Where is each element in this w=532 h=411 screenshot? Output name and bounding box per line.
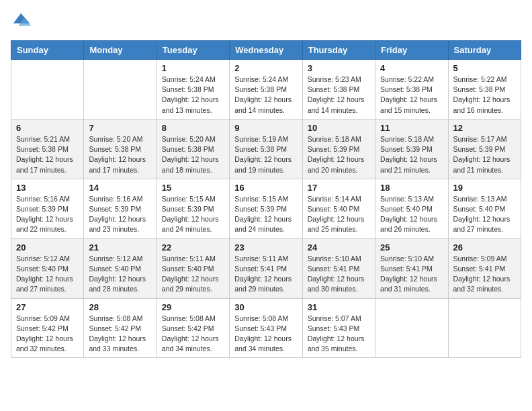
calendar-cell: 29Sunrise: 5:08 AM Sunset: 5:42 PM Dayli… bbox=[157, 298, 229, 358]
calendar-cell: 2Sunrise: 5:24 AM Sunset: 5:38 PM Daylig… bbox=[230, 60, 302, 120]
day-info: Sunrise: 5:17 AM Sunset: 5:39 PM Dayligh… bbox=[453, 134, 516, 175]
day-info: Sunrise: 5:19 AM Sunset: 5:38 PM Dayligh… bbox=[234, 134, 297, 175]
calendar-cell: 27Sunrise: 5:09 AM Sunset: 5:42 PM Dayli… bbox=[11, 298, 84, 358]
day-number: 7 bbox=[89, 123, 151, 133]
day-info: Sunrise: 5:22 AM Sunset: 5:38 PM Dayligh… bbox=[380, 75, 443, 116]
day-number: 24 bbox=[308, 242, 370, 253]
calendar-cell: 15Sunrise: 5:15 AM Sunset: 5:39 PM Dayli… bbox=[157, 179, 229, 238]
day-number: 10 bbox=[308, 123, 370, 133]
calendar-cell: 21Sunrise: 5:12 AM Sunset: 5:40 PM Dayli… bbox=[84, 238, 157, 298]
day-info: Sunrise: 5:23 AM Sunset: 5:38 PM Dayligh… bbox=[308, 75, 370, 116]
day-info: Sunrise: 5:12 AM Sunset: 5:40 PM Dayligh… bbox=[89, 254, 151, 295]
day-number: 21 bbox=[89, 242, 151, 253]
day-number: 19 bbox=[453, 183, 516, 193]
day-info: Sunrise: 5:15 AM Sunset: 5:39 PM Dayligh… bbox=[234, 194, 297, 235]
calendar-cell: 20Sunrise: 5:12 AM Sunset: 5:40 PM Dayli… bbox=[11, 238, 84, 298]
calendar-cell: 7Sunrise: 5:20 AM Sunset: 5:38 PM Daylig… bbox=[84, 119, 157, 179]
col-header-saturday: Saturday bbox=[448, 41, 521, 60]
day-number: 6 bbox=[16, 123, 79, 133]
calendar-cell: 11Sunrise: 5:18 AM Sunset: 5:39 PM Dayli… bbox=[375, 119, 448, 179]
col-header-friday: Friday bbox=[375, 41, 448, 60]
day-info: Sunrise: 5:18 AM Sunset: 5:39 PM Dayligh… bbox=[380, 134, 443, 175]
day-info: Sunrise: 5:18 AM Sunset: 5:39 PM Dayligh… bbox=[308, 134, 370, 175]
day-info: Sunrise: 5:09 AM Sunset: 5:41 PM Dayligh… bbox=[453, 254, 516, 295]
calendar-cell: 25Sunrise: 5:10 AM Sunset: 5:41 PM Dayli… bbox=[375, 238, 448, 298]
calendar-cell: 23Sunrise: 5:11 AM Sunset: 5:41 PM Dayli… bbox=[230, 238, 302, 298]
col-header-wednesday: Wednesday bbox=[230, 41, 302, 60]
calendar-cell: 1Sunrise: 5:24 AM Sunset: 5:38 PM Daylig… bbox=[157, 60, 229, 120]
calendar-cell: 28Sunrise: 5:08 AM Sunset: 5:42 PM Dayli… bbox=[84, 298, 157, 358]
day-info: Sunrise: 5:08 AM Sunset: 5:43 PM Dayligh… bbox=[234, 314, 297, 355]
day-number: 29 bbox=[162, 302, 224, 312]
day-number: 13 bbox=[16, 183, 79, 193]
calendar-week-row: 6Sunrise: 5:21 AM Sunset: 5:38 PM Daylig… bbox=[11, 119, 521, 179]
calendar-week-row: 20Sunrise: 5:12 AM Sunset: 5:40 PM Dayli… bbox=[11, 238, 521, 298]
day-info: Sunrise: 5:09 AM Sunset: 5:42 PM Dayligh… bbox=[16, 314, 79, 355]
calendar-header-row: SundayMondayTuesdayWednesdayThursdayFrid… bbox=[11, 41, 521, 60]
logo-icon bbox=[12, 11, 31, 30]
day-number: 9 bbox=[234, 123, 297, 133]
day-info: Sunrise: 5:10 AM Sunset: 5:41 PM Dayligh… bbox=[380, 254, 443, 295]
day-info: Sunrise: 5:22 AM Sunset: 5:38 PM Dayligh… bbox=[453, 75, 516, 116]
day-info: Sunrise: 5:13 AM Sunset: 5:40 PM Dayligh… bbox=[453, 194, 516, 235]
day-number: 25 bbox=[380, 242, 443, 253]
calendar-cell: 6Sunrise: 5:21 AM Sunset: 5:38 PM Daylig… bbox=[11, 119, 84, 179]
calendar-cell: 14Sunrise: 5:16 AM Sunset: 5:39 PM Dayli… bbox=[84, 179, 157, 238]
day-number: 22 bbox=[162, 242, 224, 253]
day-info: Sunrise: 5:12 AM Sunset: 5:40 PM Dayligh… bbox=[16, 254, 79, 295]
day-number: 16 bbox=[234, 183, 297, 193]
calendar-cell bbox=[84, 60, 157, 120]
day-info: Sunrise: 5:24 AM Sunset: 5:38 PM Dayligh… bbox=[162, 75, 224, 116]
day-info: Sunrise: 5:21 AM Sunset: 5:38 PM Dayligh… bbox=[16, 134, 79, 175]
calendar-cell: 24Sunrise: 5:10 AM Sunset: 5:41 PM Dayli… bbox=[302, 238, 375, 298]
day-number: 14 bbox=[89, 183, 151, 193]
calendar-cell: 3Sunrise: 5:23 AM Sunset: 5:38 PM Daylig… bbox=[302, 60, 375, 120]
day-number: 23 bbox=[234, 242, 297, 253]
day-info: Sunrise: 5:15 AM Sunset: 5:39 PM Dayligh… bbox=[162, 194, 224, 235]
calendar-cell: 4Sunrise: 5:22 AM Sunset: 5:38 PM Daylig… bbox=[375, 60, 448, 120]
day-number: 11 bbox=[380, 123, 443, 133]
calendar-cell: 30Sunrise: 5:08 AM Sunset: 5:43 PM Dayli… bbox=[230, 298, 302, 358]
day-info: Sunrise: 5:13 AM Sunset: 5:40 PM Dayligh… bbox=[380, 194, 443, 235]
day-info: Sunrise: 5:07 AM Sunset: 5:43 PM Dayligh… bbox=[308, 314, 370, 355]
day-info: Sunrise: 5:20 AM Sunset: 5:38 PM Dayligh… bbox=[162, 134, 224, 175]
calendar-cell bbox=[375, 298, 448, 358]
col-header-sunday: Sunday bbox=[11, 41, 84, 60]
day-info: Sunrise: 5:16 AM Sunset: 5:39 PM Dayligh… bbox=[89, 194, 151, 235]
calendar-cell: 22Sunrise: 5:11 AM Sunset: 5:40 PM Dayli… bbox=[157, 238, 229, 298]
calendar-cell: 8Sunrise: 5:20 AM Sunset: 5:38 PM Daylig… bbox=[157, 119, 229, 179]
calendar-cell: 5Sunrise: 5:22 AM Sunset: 5:38 PM Daylig… bbox=[448, 60, 521, 120]
day-number: 27 bbox=[16, 302, 79, 312]
day-info: Sunrise: 5:08 AM Sunset: 5:42 PM Dayligh… bbox=[162, 314, 224, 355]
calendar-table: SundayMondayTuesdayWednesdayThursdayFrid… bbox=[11, 40, 521, 358]
day-number: 20 bbox=[16, 242, 79, 253]
day-number: 12 bbox=[453, 123, 516, 133]
day-info: Sunrise: 5:11 AM Sunset: 5:41 PM Dayligh… bbox=[234, 254, 297, 295]
calendar-cell: 9Sunrise: 5:19 AM Sunset: 5:38 PM Daylig… bbox=[230, 119, 302, 179]
calendar-cell: 26Sunrise: 5:09 AM Sunset: 5:41 PM Dayli… bbox=[448, 238, 521, 298]
day-number: 17 bbox=[308, 183, 370, 193]
col-header-monday: Monday bbox=[84, 41, 157, 60]
day-number: 15 bbox=[162, 183, 224, 193]
col-header-tuesday: Tuesday bbox=[157, 41, 229, 60]
day-info: Sunrise: 5:24 AM Sunset: 5:38 PM Dayligh… bbox=[234, 75, 297, 116]
calendar-week-row: 13Sunrise: 5:16 AM Sunset: 5:39 PM Dayli… bbox=[11, 179, 521, 238]
calendar-cell: 31Sunrise: 5:07 AM Sunset: 5:43 PM Dayli… bbox=[302, 298, 375, 358]
day-info: Sunrise: 5:10 AM Sunset: 5:41 PM Dayligh… bbox=[308, 254, 370, 295]
day-info: Sunrise: 5:14 AM Sunset: 5:40 PM Dayligh… bbox=[308, 194, 370, 235]
day-info: Sunrise: 5:11 AM Sunset: 5:40 PM Dayligh… bbox=[162, 254, 224, 295]
calendar-cell: 19Sunrise: 5:13 AM Sunset: 5:40 PM Dayli… bbox=[448, 179, 521, 238]
col-header-thursday: Thursday bbox=[302, 41, 375, 60]
day-number: 26 bbox=[453, 242, 516, 253]
day-number: 4 bbox=[380, 63, 443, 73]
calendar-cell: 17Sunrise: 5:14 AM Sunset: 5:40 PM Dayli… bbox=[302, 179, 375, 238]
calendar-week-row: 27Sunrise: 5:09 AM Sunset: 5:42 PM Dayli… bbox=[11, 298, 521, 358]
day-number: 31 bbox=[308, 302, 370, 312]
calendar-cell: 18Sunrise: 5:13 AM Sunset: 5:40 PM Dayli… bbox=[375, 179, 448, 238]
calendar-cell bbox=[11, 60, 84, 120]
calendar-cell: 13Sunrise: 5:16 AM Sunset: 5:39 PM Dayli… bbox=[11, 179, 84, 238]
logo bbox=[11, 11, 32, 32]
calendar-week-row: 1Sunrise: 5:24 AM Sunset: 5:38 PM Daylig… bbox=[11, 60, 521, 120]
calendar-cell bbox=[448, 298, 521, 358]
calendar-cell: 10Sunrise: 5:18 AM Sunset: 5:39 PM Dayli… bbox=[302, 119, 375, 179]
